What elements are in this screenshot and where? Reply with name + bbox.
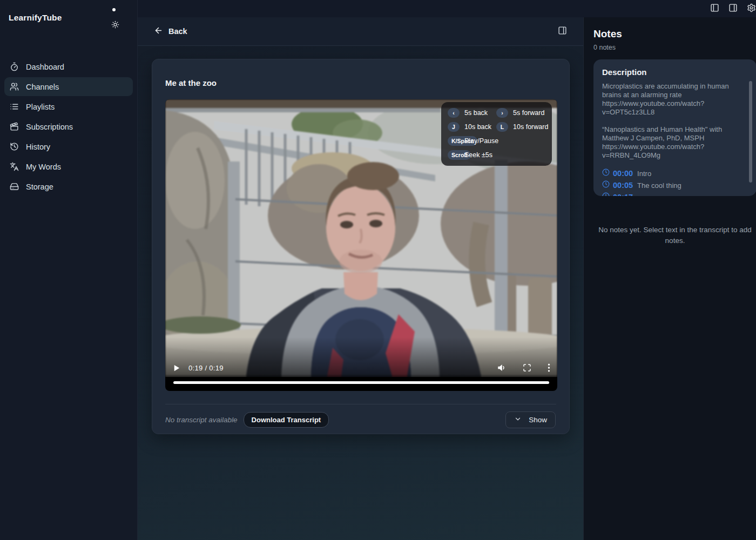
hard-drive-icon <box>10 182 19 191</box>
description-paragraph: “Nanoplastics and Human Health" with Mat… <box>602 125 737 160</box>
chapter-time: 00:17 <box>613 193 633 196</box>
notes-empty-message: No notes yet. Select text in the transcr… <box>593 225 756 246</box>
sun-icon <box>111 21 119 30</box>
history-icon <box>10 142 19 151</box>
play-button[interactable] <box>172 364 180 372</box>
volume-button[interactable] <box>497 363 507 373</box>
description-paragraph: Microplastics are accumulating in human … <box>602 82 737 117</box>
sidebar-nav: Dashboard Channels Playlists Subscriptio… <box>4 57 133 196</box>
chapter-time: 00:05 <box>613 181 633 190</box>
window-toolbar <box>138 0 756 17</box>
sidebar-item-my-words[interactable]: My Words <box>4 157 133 176</box>
time-display: 0:19 / 0:19 <box>188 364 224 372</box>
status-dot <box>112 8 116 11</box>
timer-icon <box>10 62 19 71</box>
video-card: Me at the zoo <box>152 59 570 434</box>
transcript-bar: No transcript available Download Transcr… <box>165 404 556 435</box>
chapter-link[interactable]: 00:05 The cool thing <box>602 179 748 191</box>
fullscreen-icon <box>523 363 531 372</box>
theme-toggle-button[interactable] <box>111 21 119 31</box>
sidebar-item-history[interactable]: History <box>4 137 133 156</box>
sidebar-item-label: My Words <box>26 163 61 171</box>
shortcut-action: Seek ±5s <box>464 151 548 159</box>
chapter-list: 00:00 Intro 00:05 The cool thing 00:17 <box>602 167 748 196</box>
sidebar-item-label: History <box>26 143 50 151</box>
list-icon <box>10 102 19 111</box>
sidebar-item-label: Playlists <box>26 103 55 111</box>
chapter-label: The cool thing <box>637 181 681 190</box>
clock-icon <box>602 180 610 190</box>
description-scrollbar[interactable] <box>749 81 752 183</box>
shortcut-action: 10s back <box>464 123 491 131</box>
panel-right-icon <box>558 26 567 37</box>
video-controls: 0:19 / 0:19 <box>172 361 550 375</box>
key-badge: L <box>496 122 508 132</box>
sidebar-item-dashboard[interactable]: Dashboard <box>4 57 133 76</box>
sidebar-item-playlists[interactable]: Playlists <box>4 97 133 116</box>
notes-panel-toggle-button[interactable] <box>558 26 567 37</box>
description-card: Description Microplastics are accumulati… <box>593 59 756 196</box>
panel-right-toggle-button[interactable] <box>728 3 738 15</box>
key-badge: › <box>496 108 508 118</box>
users-icon <box>10 82 19 91</box>
main-content: Back Me at the zoo <box>138 17 583 540</box>
settings-button[interactable] <box>747 3 756 15</box>
panel-left-icon <box>710 3 719 15</box>
fullscreen-button[interactable] <box>523 363 531 372</box>
main-scroll-area: Me at the zoo <box>138 46 583 540</box>
sidebar: LearnifyTube Dashboard Channels <box>0 0 138 540</box>
back-label: Back <box>168 27 187 36</box>
download-transcript-button[interactable]: Download Transcript <box>244 412 329 428</box>
sidebar-item-label: Dashboard <box>26 63 64 71</box>
clock-icon <box>602 168 610 178</box>
video-title: Me at the zoo <box>165 72 556 87</box>
shortcut-action: 5s back <box>464 109 491 117</box>
sidebar-item-channels[interactable]: Channels <box>4 77 133 96</box>
sidebar-item-label: Channels <box>26 83 59 91</box>
show-transcript-button[interactable]: Show <box>505 411 556 428</box>
chapter-link[interactable]: 00:00 Intro <box>602 167 748 179</box>
panel-right-icon <box>728 3 738 15</box>
kebab-menu-icon <box>548 363 550 373</box>
notes-panel: Notes 0 notes Description Microplastics … <box>583 17 756 540</box>
sidebar-item-subscriptions[interactable]: Subscriptions <box>4 117 133 136</box>
chapter-time: 00:00 <box>613 169 633 178</box>
sidebar-item-label: Storage <box>26 183 53 191</box>
video-player[interactable]: ‹ 5s back › 5s forward J 10s back L 10s … <box>165 99 557 391</box>
panel-left-toggle-button[interactable] <box>710 3 719 15</box>
languages-icon <box>10 162 19 171</box>
clapperboard-icon <box>10 122 19 131</box>
clock-icon <box>602 192 610 196</box>
shortcut-action: Play/Pause <box>464 137 548 145</box>
chapter-label: Intro <box>637 170 651 178</box>
key-badge: ‹ <box>448 108 460 118</box>
volume-icon <box>497 363 507 373</box>
gear-icon <box>747 3 756 15</box>
shortcuts-overlay: ‹ 5s back › 5s forward J 10s back L 10s … <box>441 102 552 166</box>
shortcut-action: 5s forward <box>513 109 548 117</box>
sidebar-item-storage[interactable]: Storage <box>4 177 133 196</box>
description-title: Description <box>602 68 748 77</box>
notes-title: Notes <box>593 28 756 40</box>
key-badge: J <box>448 122 460 132</box>
app-window: LearnifyTube Dashboard Channels <box>0 0 756 540</box>
overflow-menu-button[interactable] <box>548 363 550 373</box>
show-label: Show <box>529 416 547 424</box>
arrow-left-icon <box>154 26 163 37</box>
chapter-link[interactable]: 00:17 <box>602 191 748 196</box>
play-icon <box>172 364 180 372</box>
shortcut-action: 10s forward <box>513 123 548 131</box>
notes-count: 0 notes <box>593 44 756 51</box>
back-bar: Back <box>138 17 583 46</box>
sidebar-item-label: Subscriptions <box>26 123 73 131</box>
seek-bar[interactable] <box>173 381 549 384</box>
back-button[interactable]: Back <box>154 26 187 37</box>
chevron-down-icon <box>514 415 522 424</box>
transcript-status: No transcript available <box>165 416 238 424</box>
